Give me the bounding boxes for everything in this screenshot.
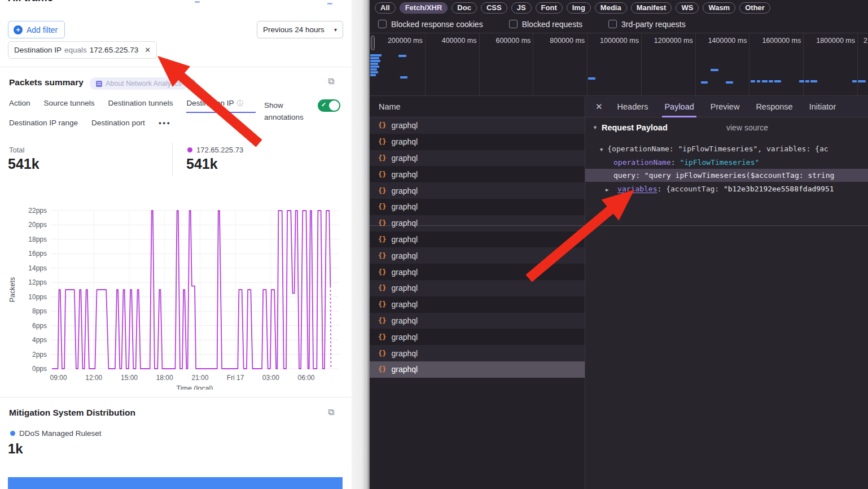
checkbox-blocked-response-cookies[interactable]: Blocked response cookies: [378, 20, 483, 29]
request-row[interactable]: {}graphql: [370, 134, 585, 150]
payload-string-value: "b12e3b2192ee5588fdad9951: [724, 185, 834, 193]
triangle-down-icon[interactable]: ▼: [600, 147, 603, 152]
clipped-toolbar-artifact: [195, 1, 200, 3]
graphql-json-icon: {}: [378, 121, 386, 129]
request-row[interactable]: {}graphql: [370, 117, 585, 134]
tabs-overflow-icon[interactable]: ●●●: [159, 120, 171, 130]
waterfall-mark: [370, 68, 377, 71]
svg-text:12pps: 12pps: [28, 278, 47, 286]
request-row[interactable]: {}graphql: [370, 247, 585, 264]
request-row[interactable]: {}graphql: [370, 215, 585, 232]
request-row[interactable]: {}graphql: [370, 345, 585, 361]
tab-action[interactable]: Action: [9, 99, 30, 113]
tab-destination-port[interactable]: Destination port: [91, 119, 145, 132]
request-row[interactable]: {}graphql: [370, 313, 585, 329]
view-source-link[interactable]: view source: [726, 123, 768, 132]
request-payload-section[interactable]: ▼ Request Payload: [593, 123, 668, 132]
remove-filter-icon[interactable]: ✕: [144, 46, 151, 54]
request-list-panel: Name {}graphql{}graphql{}graphql{}graphq…: [370, 97, 585, 489]
checkbox-blocked-requests[interactable]: Blocked requests: [509, 20, 582, 29]
legend-dot-icon: [10, 431, 15, 436]
waterfall-mark: [701, 81, 708, 84]
filter-pill-ws[interactable]: WS: [676, 2, 699, 14]
filter-pill-css[interactable]: CSS: [481, 2, 507, 14]
series-dot-icon: [187, 147, 192, 152]
request-row[interactable]: {}graphql: [370, 182, 585, 199]
checkbox-label: Blocked response cookies: [391, 20, 483, 29]
details-tab-payload[interactable]: Payload: [664, 97, 694, 117]
filter-pill-manifest[interactable]: Manifest: [631, 2, 672, 14]
timeline-tick-label: 600000 ms: [480, 33, 534, 95]
filter-pill-img[interactable]: Img: [567, 2, 591, 14]
details-tab-initiator[interactable]: Initiator: [809, 97, 836, 117]
request-row[interactable]: {}graphql: [370, 199, 585, 215]
timeline-tick-label: 1000000 ms: [588, 33, 642, 95]
filter-pill-wasm[interactable]: Wasm: [703, 2, 735, 14]
payload-line-root[interactable]: ▼ {operationName: "ipFlowTimeseries", va…: [585, 142, 868, 155]
timeline-drag-handle[interactable]: [371, 36, 375, 50]
time-range-dropdown[interactable]: Previous 24 hours ▾: [257, 21, 343, 38]
waterfall-mark: [769, 80, 773, 82]
waterfall-mark: [370, 54, 382, 56]
tab-source-tunnels[interactable]: Source tunnels: [44, 99, 95, 113]
clipped-toolbar-artifact: [327, 3, 332, 5]
details-tab-preview[interactable]: Preview: [711, 97, 740, 117]
tab-destination-ip[interactable]: Destination IPⓘ: [186, 99, 243, 113]
svg-text:18:00: 18:00: [156, 374, 173, 382]
show-annotations-toggle[interactable]: ✓: [318, 99, 340, 112]
network-overview-timeline[interactable]: 200000 ms400000 ms600000 ms800000 ms1000…: [370, 33, 868, 96]
badge-label: About Network Analytics: [106, 80, 182, 88]
filter-pill-fetch-xhr[interactable]: Fetch/XHR: [400, 2, 448, 14]
request-name: graphql: [391, 268, 418, 277]
svg-text:Packets: Packets: [8, 277, 16, 302]
expand-card-icon[interactable]: ⧉: [328, 408, 334, 417]
filter-pill-other[interactable]: Other: [739, 2, 770, 14]
svg-text:0pps: 0pps: [32, 365, 47, 373]
request-row[interactable]: {}graphql: [370, 296, 585, 313]
filter-pill-media[interactable]: Media: [595, 2, 627, 14]
svg-text:8pps: 8pps: [32, 307, 47, 315]
request-row[interactable]: {}graphql: [370, 280, 585, 296]
details-tab-headers[interactable]: Headers: [617, 97, 648, 117]
waterfall-mark: [810, 80, 817, 82]
tab-destination-tunnels[interactable]: Destination tunnels: [108, 99, 173, 113]
name-column-header[interactable]: Name: [370, 97, 585, 117]
svg-text:10pps: 10pps: [28, 293, 47, 301]
screenshot-root: All traffic + Add filter Previous 24 hou…: [0, 0, 868, 489]
details-tab-response[interactable]: Response: [756, 97, 792, 117]
request-row[interactable]: {}graphql: [370, 264, 585, 280]
waterfall-mark: [858, 80, 866, 82]
waterfall-mark: [370, 71, 378, 73]
info-icon[interactable]: ⓘ: [236, 99, 243, 107]
about-network-analytics-badge[interactable]: About Network Analytics: [90, 77, 188, 90]
triangle-right-icon[interactable]: ▶: [606, 187, 608, 193]
request-row[interactable]: {}graphql: [370, 361, 585, 378]
waterfall-mark: [711, 69, 718, 71]
filter-chip-field: Destination IP: [14, 46, 62, 54]
request-row[interactable]: {}graphql: [370, 329, 585, 345]
checkbox-icon[interactable]: [378, 20, 387, 28]
expand-card-icon[interactable]: ⧉: [328, 77, 334, 86]
stat-ip-label: 172.65.225.73: [196, 146, 243, 154]
request-row[interactable]: {}graphql: [370, 232, 585, 248]
request-row[interactable]: {}graphql: [370, 150, 585, 167]
tab-destination-ip-range[interactable]: Destination IP range: [9, 119, 78, 132]
payload-line-variables[interactable]: ▶ variables: {accountTag: "b12e3b2192ee5…: [585, 182, 868, 195]
filter-pill-all[interactable]: All: [375, 2, 396, 14]
close-icon[interactable]: ✕: [595, 102, 603, 112]
filter-pill-js[interactable]: JS: [511, 2, 532, 14]
filter-chip[interactable]: Destination IP equals 172.65.225.73 ✕: [8, 41, 157, 59]
checkbox-3rd-party-requests[interactable]: 3rd-party requests: [608, 20, 686, 29]
filter-pill-doc[interactable]: Doc: [451, 2, 477, 14]
filter-pill-font[interactable]: Font: [536, 2, 563, 14]
checkbox-label: Blocked requests: [522, 20, 582, 29]
graphql-json-icon: {}: [378, 350, 386, 357]
checkbox-icon[interactable]: [608, 20, 617, 28]
request-row[interactable]: {}graphql: [370, 166, 585, 182]
payload-line-query-selected[interactable]: query: "query ipFlowTimeseries($accountT…: [585, 169, 868, 182]
add-filter-button[interactable]: + Add filter: [8, 21, 65, 38]
request-name: graphql: [391, 137, 418, 146]
packets-summary-title: Packets summary: [9, 77, 84, 88]
waterfall-mark: [370, 66, 379, 68]
checkbox-icon[interactable]: [509, 20, 518, 28]
